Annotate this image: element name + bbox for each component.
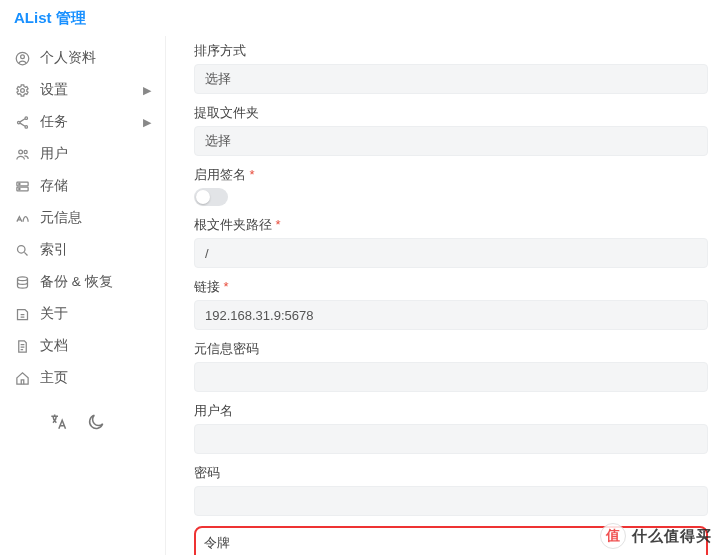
sidebar-item-settings[interactable]: 设置 ▶ [0,74,165,106]
field-extract: 提取文件夹 选择 [194,104,708,156]
root-input[interactable] [194,238,708,268]
sidebar-item-label: 元信息 [40,209,82,227]
svg-point-13 [17,276,27,280]
sidebar-item-index[interactable]: 索引 [0,234,165,266]
sign-label: 启用签名 [194,166,708,184]
sidebar-item-about[interactable]: 关于 [0,298,165,330]
sidebar-item-profile[interactable]: 个人资料 [0,42,165,74]
users-icon [14,146,30,162]
sidebar-item-label: 索引 [40,241,68,259]
database-icon [14,274,30,290]
svg-point-12 [17,245,25,253]
svg-point-6 [18,150,22,154]
info-icon [14,306,30,322]
watermark-text: 什么值得买 [632,527,712,546]
chevron-right-icon: ▶ [143,84,151,97]
sidebar-item-label: 设置 [40,81,68,99]
chevron-right-icon: ▶ [143,116,151,129]
gear-icon [14,82,30,98]
sidebar-footer [0,394,165,432]
sort-select[interactable]: 选择 [194,64,708,94]
search-icon [14,242,30,258]
svg-point-3 [25,116,28,119]
password-label: 密码 [194,464,708,482]
svg-point-4 [17,121,20,124]
sidebar-item-label: 个人资料 [40,49,96,67]
svg-point-5 [25,125,28,128]
root-label: 根文件夹路径 [194,216,708,234]
layout: 个人资料 设置 ▶ 任务 ▶ 用户 存储 元信息 索引 [0,36,720,555]
extract-select[interactable]: 选择 [194,126,708,156]
storage-icon [14,178,30,194]
field-sort: 排序方式 选择 [194,42,708,94]
sidebar-item-meta[interactable]: 元信息 [0,202,165,234]
watermark: 值 什么值得买 [600,523,712,549]
sidebar-item-label: 文档 [40,337,68,355]
sidebar-item-label: 存储 [40,177,68,195]
metapwd-label: 元信息密码 [194,340,708,358]
sidebar-item-label: 主页 [40,369,68,387]
field-username: 用户名 [194,402,708,454]
field-password: 密码 [194,464,708,516]
form-area: 排序方式 选择 提取文件夹 选择 启用签名 根文件夹路径 链接 元信息密码 用户… [166,36,720,555]
metapwd-input[interactable] [194,362,708,392]
sign-toggle[interactable] [194,188,228,206]
link-label: 链接 [194,278,708,296]
sidebar: 个人资料 设置 ▶ 任务 ▶ 用户 存储 元信息 索引 [0,36,166,555]
extract-label: 提取文件夹 [194,104,708,122]
sort-label: 排序方式 [194,42,708,60]
header: AList 管理 [0,0,720,36]
document-icon [14,338,30,354]
sidebar-item-label: 备份 & 恢复 [40,273,113,291]
sidebar-item-label: 任务 [40,113,68,131]
home-icon [14,370,30,386]
svg-point-11 [18,188,19,189]
sidebar-item-storage[interactable]: 存储 [0,170,165,202]
username-input[interactable] [194,424,708,454]
app-title: AList 管理 [14,9,86,28]
field-link: 链接 [194,278,708,330]
sidebar-item-label: 用户 [40,145,68,163]
sidebar-item-users[interactable]: 用户 [0,138,165,170]
user-circle-icon [14,50,30,66]
share-icon [14,114,30,130]
watermark-badge: 值 [600,523,626,549]
meta-icon [14,210,30,226]
sidebar-item-label: 关于 [40,305,68,323]
svg-point-7 [24,150,27,153]
svg-point-1 [20,54,24,58]
sidebar-item-home[interactable]: 主页 [0,362,165,394]
sidebar-item-docs[interactable]: 文档 [0,330,165,362]
field-metapwd: 元信息密码 [194,340,708,392]
password-input[interactable] [194,486,708,516]
language-icon[interactable] [48,412,68,432]
svg-point-10 [18,183,19,184]
svg-point-2 [20,88,24,92]
field-sign: 启用签名 [194,166,708,206]
theme-icon[interactable] [86,412,106,432]
sidebar-item-tasks[interactable]: 任务 ▶ [0,106,165,138]
username-label: 用户名 [194,402,708,420]
field-root: 根文件夹路径 [194,216,708,268]
sidebar-item-backup[interactable]: 备份 & 恢复 [0,266,165,298]
link-input[interactable] [194,300,708,330]
